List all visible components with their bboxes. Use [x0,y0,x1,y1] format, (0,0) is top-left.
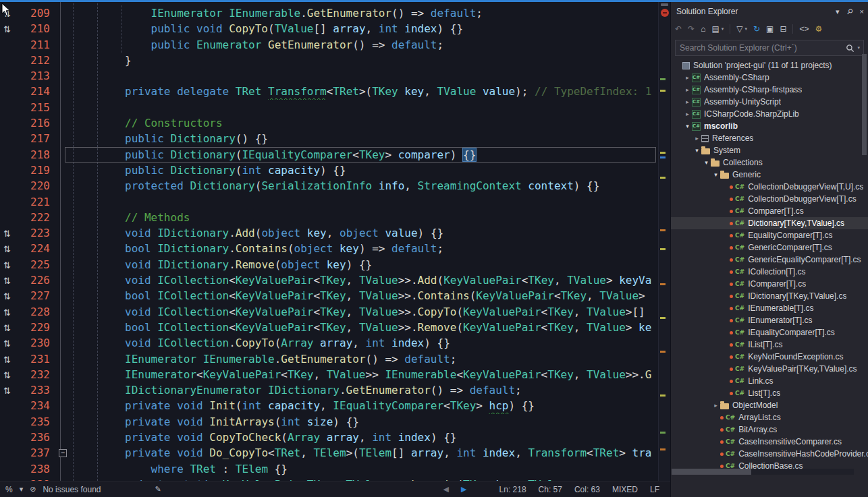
tree-item[interactable]: ▾Generic [671,169,868,181]
code-line[interactable]: 211 public Enumerator GetEnumerator() =>… [0,37,658,53]
code-text[interactable]: // Constructors [73,115,658,131]
code-line[interactable]: 217 public Dictionary() {} [0,131,658,146]
editor-scrollbar[interactable] [658,0,670,481]
scroll-left-icon[interactable]: ◀ [443,485,449,494]
code-line[interactable]: 218 public Dictionary(IEqualityComparer<… [0,147,658,163]
code-line[interactable]: 237− private void Do_CopyTo<TRet, TElem>… [0,445,658,461]
line-indicator[interactable]: Ln: 218 [499,485,526,494]
code-text[interactable]: void IDictionary.Add(object key, object … [73,225,658,241]
forward-icon[interactable]: ↷ [688,24,695,34]
code-text[interactable]: IDictionaryEnumerator IDictionary.GetEnu… [73,382,658,398]
panel-title-bar[interactable]: Solution Explorer ▾⚲× [671,0,868,20]
code-line[interactable]: 215 [0,100,658,115]
references-icon[interactable]: ⇅ [0,367,20,382]
tree-item[interactable]: C#BitArray.cs [671,423,868,436]
references-icon[interactable]: ⇅ [0,304,20,320]
references-icon[interactable]: ⇅ [0,241,20,256]
code-text[interactable]: public Dictionary() {} [73,131,658,146]
tree-item[interactable]: C#IEnumerable[T].cs [671,302,868,314]
tree-item[interactable]: C#CaseInsensitiveHashCodeProvider.cs [671,448,868,460]
tree-item[interactable]: C#CollectionDebuggerView[T,U].cs [671,181,868,193]
line-number[interactable]: 220 [20,178,50,194]
line-number[interactable]: 226 [20,272,50,288]
code-text[interactable]: where TRet : TElem {} [73,461,658,477]
document-health-icon[interactable] [661,9,669,17]
code-line[interactable]: 236 private void CopyToCheck(Array array… [0,430,658,445]
expander-open-icon[interactable]: ▾ [683,123,692,129]
expander-open-icon[interactable]: ▾ [702,159,711,166]
line-number[interactable]: 217 [20,131,50,146]
code-line[interactable]: ⇅231 IEnumerator IEnumerable.GetEnumerat… [0,351,658,367]
switch-views-icon-caret[interactable]: ▾ [722,26,724,32]
tree-item[interactable]: ▸C#Assembly-CSharp-firstpass [671,84,868,96]
expander-closed-icon[interactable]: ▸ [711,402,720,409]
code-line[interactable]: ⇅232 IEnumerator<KeyValuePair<TKey, TVal… [0,367,658,382]
tree-vertical-scrollbar[interactable] [862,54,867,464]
code-line[interactable]: 219 public Dictionary(int capacity) {} [0,163,658,178]
zoom-caret-icon[interactable]: ▾ [20,485,24,494]
tree-item[interactable]: C#EqualityComparer[T].cs [671,229,868,241]
code-text[interactable]: private void CopyToCheck(Array array, in… [73,430,658,445]
code-text[interactable]: IEnumerator IEnumerable.GetEnumerator() … [73,351,658,367]
tree-item[interactable]: C#IEqualityComparer[T].cs [671,326,868,339]
collapse-all-icon[interactable]: ⊟ [780,24,786,34]
code-text[interactable]: public Enumerator GetEnumerator() => def… [73,37,658,53]
references-icon[interactable]: ⇅ [0,21,20,36]
expander-closed-icon[interactable]: ▸ [683,111,692,117]
code-line[interactable]: ⇅228 void ICollection<KeyValuePair<TKey,… [0,304,658,320]
line-number[interactable]: 236 [20,430,50,445]
code-line[interactable]: 221 [0,194,658,210]
code-text[interactable]: public Dictionary(int capacity) {} [73,163,658,178]
code-line[interactable]: 216 // Constructors [0,115,658,131]
code-text[interactable]: bool ICollection<KeyValuePair<TKey, TVal… [73,288,658,303]
tree-item[interactable]: Solution 'project-gui' (11 of 11 project… [671,59,868,71]
code-text[interactable]: private void Do_CopyTo<TRet, TElem>(TEle… [73,445,658,461]
search-icon[interactable] [846,44,855,53]
line-number[interactable]: 211 [20,37,50,53]
tree-item[interactable]: ▸C#Assembly-CSharp [671,71,868,84]
references-icon[interactable]: ⇅ [0,288,20,303]
tree-item[interactable]: ▸C#Assembly-UnityScript [671,96,868,108]
home-icon[interactable]: ⌂ [701,24,705,34]
fold-collapse-icon[interactable]: − [59,449,67,457]
references-icon[interactable]: ⇅ [0,272,20,288]
line-number[interactable]: 218 [20,147,50,163]
line-number[interactable]: 233 [20,382,50,398]
line-number[interactable]: 235 [20,414,50,430]
line-number[interactable]: 224 [20,241,50,256]
expander-closed-icon[interactable]: ▸ [683,98,692,105]
tree-item[interactable]: ▾C#mscorlib [671,120,868,132]
expander-open-icon[interactable]: ▾ [693,147,701,154]
line-number[interactable]: 227 [20,288,50,303]
line-number[interactable]: 229 [20,320,50,335]
switch-views-icon[interactable]: ▤ [711,24,719,34]
code-line[interactable]: ⇅223 void IDictionary.Add(object key, ob… [0,225,658,241]
tree-item[interactable]: C#CollectionDebuggerView[T].cs [671,193,868,205]
line-number[interactable]: 215 [20,100,50,115]
line-number[interactable]: 216 [20,115,50,131]
scrollbar-thumb[interactable] [862,54,867,155]
code-text[interactable] [73,194,658,210]
line-number[interactable]: 231 [20,351,50,367]
code-line[interactable]: ⇅227 bool ICollection<KeyValuePair<TKey,… [0,288,658,303]
line-number[interactable]: 222 [20,210,50,225]
references-icon[interactable]: ⇅ [0,225,20,241]
tree-item[interactable]: C#CaseInsensitiveComparer.cs [671,436,868,448]
back-icon[interactable]: ↶ [675,24,682,34]
view-code-icon[interactable]: <> [799,24,809,34]
expander-open-icon[interactable]: ▾ [711,171,720,178]
code-text[interactable]: private delegate TRet Transform<TRet>(TK… [73,84,658,99]
search-options-caret-icon[interactable]: ▾ [857,45,860,51]
tree-item[interactable]: C#IList[T].cs [671,339,868,351]
properties-icon[interactable]: ⚙ [815,24,822,34]
code-line[interactable]: ⇅209 IEnumerator IEnumerable.GetEnumerat… [0,5,658,21]
line-number[interactable]: 223 [20,225,50,241]
column-indicator[interactable]: Col: 63 [574,485,600,494]
eol-indicator[interactable]: LF [650,485,659,494]
code-text[interactable]: void ICollection<KeyValuePair<TKey, TVal… [73,272,658,288]
code-text[interactable] [73,68,658,84]
tree-item[interactable]: C#List[T].cs [671,387,868,399]
tree-item[interactable]: C#ICollection[T].cs [671,266,868,278]
window-position-icon[interactable]: ▾ [836,7,840,16]
show-all-files-icon[interactable]: ▣ [766,24,774,34]
